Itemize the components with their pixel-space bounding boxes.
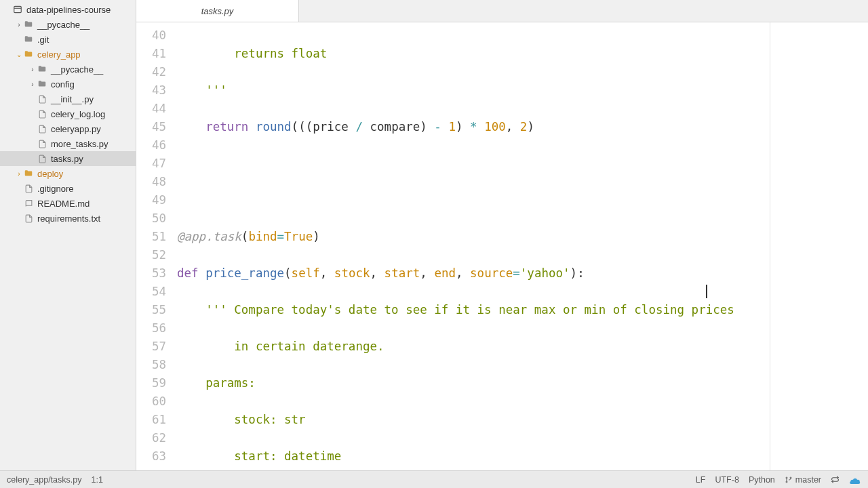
tree-file-more-tasks[interactable]: more_tasks.py — [0, 136, 136, 151]
line-number: 60 — [136, 392, 166, 411]
folder-icon — [23, 168, 34, 179]
tree-folder-config[interactable]: › config — [0, 77, 136, 92]
chevron-right-icon[interactable]: › — [15, 21, 23, 28]
line-number: 48 — [136, 173, 166, 191]
chevron-right-icon[interactable]: › — [28, 66, 37, 73]
tree-label: celeryapp.py — [51, 124, 101, 134]
tree-label: .gitignore — [37, 184, 73, 194]
file-icon — [37, 138, 47, 149]
code-content[interactable]: returns float ''' return round(((price /… — [177, 22, 770, 470]
tree-file-init[interactable]: __init__.py — [0, 92, 136, 106]
git-branch-icon — [785, 476, 793, 484]
folder-icon — [37, 64, 47, 75]
status-cursor-pos[interactable]: 1:1 — [91, 475, 102, 485]
tree-file-gitignore[interactable]: .gitignore — [0, 181, 136, 196]
folder-open-icon — [23, 49, 34, 60]
tree-folder-git[interactable]: .git — [0, 32, 136, 47]
chevron-down-icon[interactable]: ⌄ — [15, 51, 23, 58]
chevron-right-icon[interactable]: › — [28, 81, 37, 88]
status-line-ending[interactable]: LF — [696, 475, 706, 485]
tree-file-tasks[interactable]: tasks.py — [0, 151, 136, 166]
tree-label: config — [51, 79, 75, 89]
svg-point-4 — [790, 477, 791, 479]
tree-label: tasks.py — [51, 154, 83, 164]
tab-tasks-py[interactable]: tasks.py — [136, 0, 299, 22]
file-tree-sidebar[interactable]: data-pipelines-course › __pycache__ .git… — [0, 0, 136, 470]
editor-pane: tasks.py 4041424344454647484950515253545… — [136, 0, 868, 470]
tree-label: celery_log.log — [51, 109, 105, 119]
line-number: 41 — [136, 45, 166, 63]
status-path[interactable]: celery_app/tasks.py — [7, 475, 81, 485]
svg-point-3 — [786, 481, 787, 483]
line-number: 62 — [136, 429, 166, 447]
line-number: 45 — [136, 118, 166, 136]
line-number: 47 — [136, 155, 166, 173]
svg-rect-0 — [14, 6, 22, 12]
line-number: 50 — [136, 209, 166, 228]
line-number: 53 — [136, 264, 166, 283]
tree-label: .git — [37, 35, 49, 45]
status-language[interactable]: Python — [749, 475, 775, 485]
line-number: 43 — [136, 81, 166, 100]
tree-label: more_tasks.py — [51, 139, 108, 149]
tree-label: celery_app — [37, 49, 81, 60]
line-number: 58 — [136, 356, 166, 374]
logo-icon[interactable] — [849, 474, 861, 485]
folder-icon — [23, 19, 34, 30]
status-encoding[interactable]: UTF-8 — [715, 475, 738, 485]
tree-file-readme[interactable]: README.md — [0, 196, 136, 211]
tree-folder-deploy[interactable]: › deploy — [0, 166, 136, 181]
tree-label: __pycache__ — [51, 64, 103, 75]
line-number: 56 — [136, 319, 166, 338]
tree-folder-celery-app[interactable]: ⌄ celery_app — [0, 47, 136, 62]
status-bar: celery_app/tasks.py 1:1 LF UTF-8 Python … — [0, 470, 868, 488]
line-number: 63 — [136, 447, 166, 466]
line-number: 49 — [136, 191, 166, 209]
line-number: 42 — [136, 63, 166, 81]
line-number: 51 — [136, 228, 166, 246]
tabs-row: tasks.py — [136, 0, 868, 22]
tree-label: deploy — [37, 169, 63, 179]
line-number: 46 — [136, 136, 166, 155]
line-number: 59 — [136, 374, 166, 392]
tree-folder-pycache[interactable]: › __pycache__ — [0, 17, 136, 32]
tree-file-requirements[interactable]: requirements.txt — [0, 211, 136, 226]
tree-label: README.md — [37, 199, 90, 209]
tree-project-root[interactable]: data-pipelines-course — [0, 2, 136, 17]
file-icon — [37, 108, 47, 119]
tree-label: __init__.py — [51, 94, 94, 104]
line-number: 44 — [136, 100, 166, 118]
book-icon — [23, 198, 34, 209]
tree-folder-celery-pycache[interactable]: › __pycache__ — [0, 62, 136, 77]
branch-name: master — [795, 475, 821, 485]
line-number: 55 — [136, 301, 166, 319]
line-number: 52 — [136, 246, 166, 264]
file-icon — [37, 94, 47, 104]
tab-title: tasks.py — [201, 6, 234, 16]
line-number: 54 — [136, 283, 166, 301]
line-number: 61 — [136, 411, 166, 429]
tree-file-celeryapp[interactable]: celeryapp.py — [0, 121, 136, 136]
tree-label: requirements.txt — [37, 214, 100, 224]
line-number: 57 — [136, 338, 166, 356]
file-icon — [23, 183, 34, 194]
sync-icon[interactable] — [831, 475, 840, 484]
tree-label: __pycache__ — [37, 20, 90, 30]
chevron-right-icon[interactable]: › — [15, 170, 23, 178]
project-icon — [12, 4, 23, 15]
file-icon — [37, 123, 47, 134]
line-gutter: 4041424344454647484950515253545556575859… — [136, 22, 177, 470]
folder-icon — [23, 34, 34, 45]
file-icon — [23, 213, 34, 224]
tree-file-celery-log[interactable]: celery_log.log — [0, 106, 136, 121]
folder-icon — [37, 79, 47, 89]
line-number: 40 — [136, 26, 166, 45]
text-cursor — [706, 285, 707, 298]
file-icon — [37, 153, 47, 164]
svg-point-2 — [786, 477, 787, 479]
status-git-branch[interactable]: master — [785, 475, 821, 485]
code-area[interactable]: 4041424344454647484950515253545556575859… — [136, 22, 770, 470]
project-name: data-pipelines-course — [26, 5, 111, 15]
